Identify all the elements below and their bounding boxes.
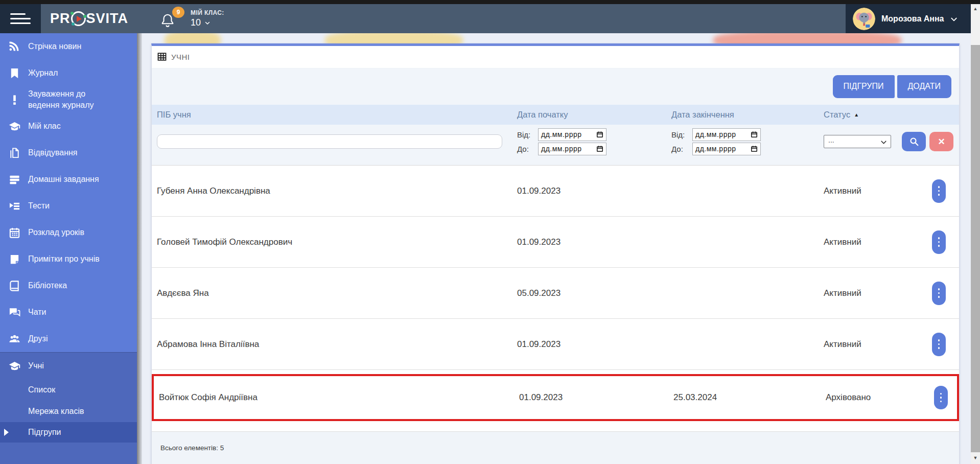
sidebar-item-friends[interactable]: Друзі xyxy=(0,326,137,352)
calendar-picker-icon[interactable] xyxy=(751,145,758,152)
sidebar-item-label: Друзі xyxy=(28,333,48,344)
status-cell: Активний xyxy=(819,339,927,350)
class-selector-label: МІЙ КЛАС: xyxy=(191,9,224,16)
sidebar-item-bookmark[interactable]: Журнал xyxy=(0,60,137,86)
start-date-cell: 01.09.2023 xyxy=(512,237,666,247)
sidebar-item-chat[interactable]: Чати xyxy=(0,299,137,326)
subgroups-button[interactable]: ПІДГРУПИ xyxy=(833,75,895,98)
kebab-menu-icon xyxy=(940,393,942,395)
name-filter-input[interactable] xyxy=(157,134,502,149)
calendar-icon xyxy=(8,226,21,239)
sidebar-item-students[interactable]: Учні xyxy=(0,353,137,379)
status-cell: Активний xyxy=(819,186,927,196)
table-body: Губеня Анна Олександрівна 01.09.2023 Акт… xyxy=(152,166,959,421)
scroll-down-icon: ▼ xyxy=(973,456,978,460)
status-cell: Архівовано xyxy=(821,392,929,403)
to-label: До: xyxy=(517,145,533,153)
scroll-up-icon[interactable]: ▲ xyxy=(973,7,978,45)
table-header-row: ПІБ учня Дата початку Дата закінчення Ст… xyxy=(152,105,959,125)
sidebar-item-label: Домашні завдання xyxy=(28,174,99,185)
sidebar-item-homework[interactable]: Домашні завдання xyxy=(0,166,137,193)
column-header-name[interactable]: ПІБ учня xyxy=(152,110,512,120)
sidebar-item-rss[interactable]: Стрічка новин xyxy=(0,33,137,60)
hamburger-icon xyxy=(10,13,31,24)
table-row[interactable]: Абрамова Інна Віталіївна 01.09.2023 Акти… xyxy=(152,319,959,370)
search-button[interactable] xyxy=(902,132,926,151)
status-filter-select[interactable]: ... xyxy=(824,135,891,148)
table-row[interactable]: Авдєєва Яна 05.09.2023 Активний xyxy=(152,268,959,319)
close-icon: ✕ xyxy=(938,136,945,147)
row-actions-button[interactable] xyxy=(932,179,946,203)
user-menu[interactable]: Морозова Анна xyxy=(846,4,971,33)
row-actions-button[interactable] xyxy=(932,282,946,305)
sidebar-subitem[interactable]: Список xyxy=(0,379,137,401)
hamburger-menu-button[interactable] xyxy=(0,4,41,33)
row-actions-button[interactable] xyxy=(934,386,948,409)
scroll-down-button[interactable]: ▼ xyxy=(971,452,980,464)
friends-icon xyxy=(8,333,21,345)
sidebar-item-attendance[interactable]: Відвідування xyxy=(0,140,137,166)
sidebar-subitem[interactable]: Підгрупи xyxy=(0,422,137,443)
clear-filters-button[interactable]: ✕ xyxy=(929,132,953,151)
column-header-end-date[interactable]: Дата закінчення xyxy=(666,110,819,120)
status-cell: Активний xyxy=(819,288,927,298)
column-header-start-date[interactable]: Дата початку xyxy=(512,110,666,120)
sidebar-item-book[interactable]: Бібліотека xyxy=(0,272,137,299)
status-cell: Активний xyxy=(819,237,927,247)
sidebar-item-label: Тести xyxy=(28,200,50,212)
column-header-status[interactable]: Статус ▲ xyxy=(819,110,927,120)
attendance-icon xyxy=(8,147,21,159)
note-icon xyxy=(8,253,21,265)
toolbar: ПІДГРУПИ ДОДАТИ xyxy=(152,68,959,105)
table-grid-icon xyxy=(157,52,167,61)
row-actions-button[interactable] xyxy=(932,230,946,254)
sidebar-item-label: Примітки про учнів xyxy=(28,253,100,265)
end-date-from-input[interactable]: дд.мм.рррр xyxy=(692,128,761,141)
table-row[interactable]: Войтюк Софія Андріївна 01.09.2023 25.03.… xyxy=(152,374,959,421)
class-selector[interactable]: МІЙ КЛАС: 10 xyxy=(191,9,224,28)
page-scrollbar[interactable]: ▲ ▼ xyxy=(971,4,980,464)
start-date-cell: 05.09.2023 xyxy=(512,288,666,298)
book-icon xyxy=(8,280,21,292)
sidebar-subitem[interactable]: Мережа класів xyxy=(0,401,137,422)
calendar-picker-icon[interactable] xyxy=(596,145,603,152)
kebab-menu-icon xyxy=(938,237,940,239)
notifications-badge: 9 xyxy=(172,7,184,18)
to-label: До: xyxy=(671,145,688,153)
homework-icon xyxy=(8,173,21,185)
logo-play-icon xyxy=(71,11,86,26)
sidebar-group-students: Учні Список Мережа класів Підгрупи xyxy=(0,352,137,464)
student-name-cell: Абрамова Інна Віталіївна xyxy=(152,339,512,350)
prosvita-logo[interactable]: PR SVITA xyxy=(50,11,128,27)
table-row[interactable]: Губеня Анна Олександрівна 01.09.2023 Акт… xyxy=(152,166,959,217)
sidebar-item-label: Розклад уроків xyxy=(28,227,84,238)
graduation-cap-icon xyxy=(8,360,21,372)
student-name-cell: Войтюк Софія Андріївна xyxy=(154,392,514,403)
start-date-to-input[interactable]: дд.мм.рррр xyxy=(538,143,606,155)
chevron-down-icon xyxy=(880,138,887,148)
sidebar-item-tests[interactable]: Тести xyxy=(0,193,137,219)
notifications-button[interactable]: 9 xyxy=(160,10,177,28)
sidebar-item-graduation-cap[interactable]: Мій клас xyxy=(0,113,137,140)
start-date-from-input[interactable]: дд.мм.рррр xyxy=(538,128,606,141)
add-button[interactable]: ДОДАТИ xyxy=(897,75,951,98)
filter-row: Від: дд.мм.рррр До: дд.мм.рррр Від: xyxy=(152,125,959,166)
sidebar-item-note[interactable]: Примітки про учнів xyxy=(0,246,137,272)
sidebar-item-label: Відвідування xyxy=(28,147,78,158)
logo-text-post: SVITA xyxy=(86,11,129,27)
sidebar-item-label: Бібліотека xyxy=(28,280,67,291)
start-date-cell: 01.09.2023 xyxy=(512,339,666,350)
table-row[interactable]: Головей Тимофій Олександрович 01.09.2023… xyxy=(152,217,959,268)
total-count: Всього елементів: 5 xyxy=(160,444,224,452)
sidebar-item-exclamation[interactable]: Зауваження до ведення журналу xyxy=(0,86,137,113)
row-actions-button[interactable] xyxy=(932,333,946,356)
sidebar-item-calendar[interactable]: Розклад уроків xyxy=(0,219,137,246)
class-selector-value: 10 xyxy=(191,17,201,28)
end-date-to-input[interactable]: дд.мм.рррр xyxy=(692,143,761,155)
from-label: Від: xyxy=(517,130,533,139)
scrollbar-thumb[interactable]: ▲ xyxy=(971,4,980,45)
calendar-picker-icon[interactable] xyxy=(751,131,758,138)
main-content: УЧНІ ПІДГРУПИ ДОДАТИ ПІБ учня Дата почат… xyxy=(142,33,971,464)
from-label: Від: xyxy=(671,130,688,139)
calendar-picker-icon[interactable] xyxy=(596,131,603,138)
